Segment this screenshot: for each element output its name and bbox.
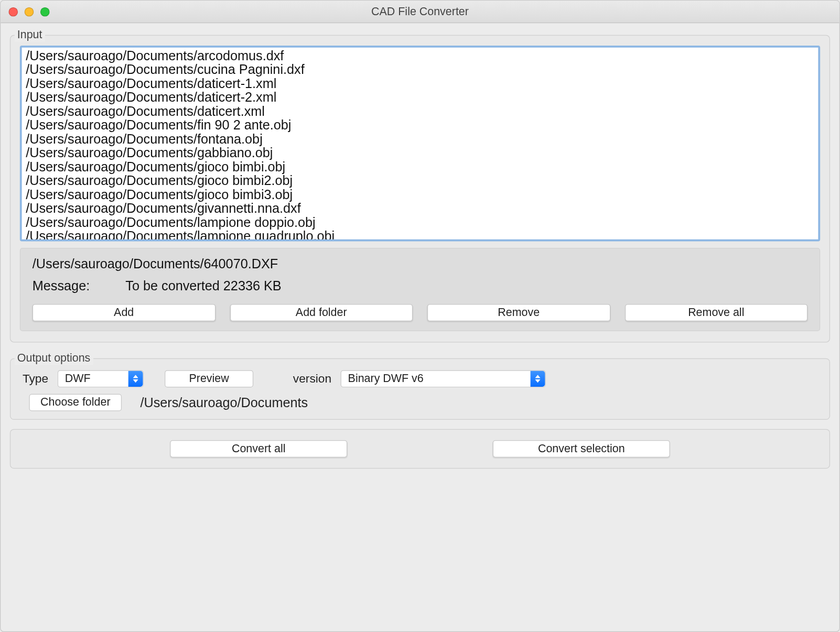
add-folder-button[interactable]: Add folder xyxy=(230,304,413,321)
version-label: version xyxy=(293,372,331,386)
app-window: CAD File Converter Input /Users/sauroago… xyxy=(0,0,840,632)
add-button[interactable]: Add xyxy=(33,304,216,321)
list-item[interactable]: /Users/sauroago/Documents/daticert.xml xyxy=(26,104,814,118)
list-item[interactable]: /Users/sauroago/Documents/daticert-1.xml xyxy=(26,77,814,90)
list-item[interactable]: /Users/sauroago/Documents/givannetti.nna… xyxy=(26,202,814,215)
convert-all-button[interactable]: Convert all xyxy=(170,440,347,457)
convert-bar: Convert all Convert selection xyxy=(10,429,830,469)
remove-all-button[interactable]: Remove all xyxy=(624,304,807,321)
window-zoom-button[interactable] xyxy=(40,7,50,16)
type-select-value: DWF xyxy=(65,372,91,385)
choose-folder-button[interactable]: Choose folder xyxy=(29,394,122,411)
list-item[interactable]: /Users/sauroago/Documents/fontana.obj xyxy=(26,132,814,146)
window-minimize-button[interactable] xyxy=(25,7,34,16)
input-legend: Input xyxy=(15,28,45,41)
output-legend: Output options xyxy=(15,352,93,365)
chevron-up-down-icon xyxy=(531,371,545,387)
title-bar: CAD File Converter xyxy=(1,1,839,23)
list-item[interactable]: /Users/sauroago/Documents/gabbiano.obj xyxy=(26,146,814,160)
type-select[interactable]: DWF xyxy=(58,370,144,387)
list-item[interactable]: /Users/sauroago/Documents/cucina Pagnini… xyxy=(26,63,814,77)
output-folder-path: /Users/sauroago/Documents xyxy=(140,395,308,410)
list-item[interactable]: /Users/sauroago/Documents/daticert-2.xml xyxy=(26,91,814,104)
input-file-list[interactable]: /Users/sauroago/Documents/arcodomus.dxf/… xyxy=(20,46,820,241)
window-title: CAD File Converter xyxy=(1,5,839,18)
message-label: Message: xyxy=(33,278,90,293)
list-item[interactable]: /Users/sauroago/Documents/lampione quadr… xyxy=(26,230,814,242)
list-item[interactable]: /Users/sauroago/Documents/gioco bimbi.ob… xyxy=(26,160,814,173)
list-item[interactable]: /Users/sauroago/Documents/gioco bimbi2.o… xyxy=(26,174,814,188)
selected-file-path: /Users/sauroago/Documents/640070.DXF xyxy=(33,256,807,271)
list-item[interactable]: /Users/sauroago/Documents/fin 90 2 ante.… xyxy=(26,118,814,132)
output-group: Output options Type DWF Preview version … xyxy=(10,352,830,420)
input-group: Input /Users/sauroago/Documents/arcodomu… xyxy=(10,28,830,342)
message-value: To be converted 22336 KB xyxy=(125,278,281,293)
preview-button[interactable]: Preview xyxy=(165,370,253,387)
window-close-button[interactable] xyxy=(8,7,18,16)
chevron-up-down-icon xyxy=(128,371,143,387)
convert-selection-button[interactable]: Convert selection xyxy=(493,440,670,457)
version-select-value: Binary DWF v6 xyxy=(348,372,424,385)
version-select[interactable]: Binary DWF v6 xyxy=(341,370,546,387)
list-item[interactable]: /Users/sauroago/Documents/arcodomus.dxf xyxy=(26,49,814,62)
type-label: Type xyxy=(23,372,48,386)
remove-button[interactable]: Remove xyxy=(427,304,610,321)
list-item[interactable]: /Users/sauroago/Documents/lampione doppi… xyxy=(26,215,814,229)
list-item[interactable]: /Users/sauroago/Documents/gioco bimbi3.o… xyxy=(26,188,814,201)
input-status-panel: /Users/sauroago/Documents/640070.DXF Mes… xyxy=(20,248,820,331)
